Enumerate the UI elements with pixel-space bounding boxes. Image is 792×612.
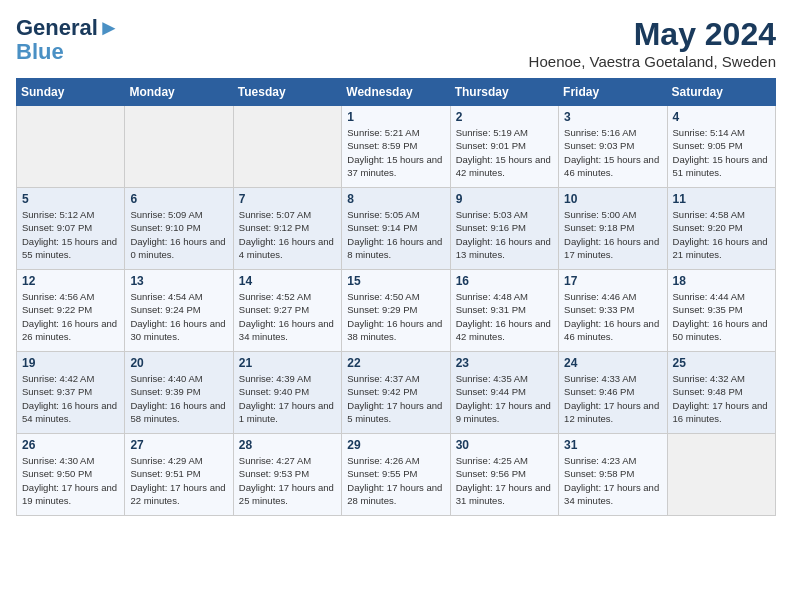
- day-info: Sunrise: 4:23 AM Sunset: 9:58 PM Dayligh…: [564, 454, 661, 507]
- day-number: 11: [673, 192, 770, 206]
- calendar-cell: [233, 106, 341, 188]
- day-number: 2: [456, 110, 553, 124]
- day-info: Sunrise: 4:56 AM Sunset: 9:22 PM Dayligh…: [22, 290, 119, 343]
- logo: General► Blue: [16, 16, 120, 64]
- day-info: Sunrise: 5:14 AM Sunset: 9:05 PM Dayligh…: [673, 126, 770, 179]
- calendar-cell: 10Sunrise: 5:00 AM Sunset: 9:18 PM Dayli…: [559, 188, 667, 270]
- day-info: Sunrise: 4:40 AM Sunset: 9:39 PM Dayligh…: [130, 372, 227, 425]
- calendar-cell: 20Sunrise: 4:40 AM Sunset: 9:39 PM Dayli…: [125, 352, 233, 434]
- logo-text: General►: [16, 16, 120, 40]
- calendar-cell: 21Sunrise: 4:39 AM Sunset: 9:40 PM Dayli…: [233, 352, 341, 434]
- calendar-cell: 5Sunrise: 5:12 AM Sunset: 9:07 PM Daylig…: [17, 188, 125, 270]
- day-info: Sunrise: 5:07 AM Sunset: 9:12 PM Dayligh…: [239, 208, 336, 261]
- calendar-week-5: 26Sunrise: 4:30 AM Sunset: 9:50 PM Dayli…: [17, 434, 776, 516]
- calendar-cell: 4Sunrise: 5:14 AM Sunset: 9:05 PM Daylig…: [667, 106, 775, 188]
- day-number: 9: [456, 192, 553, 206]
- calendar-cell: 14Sunrise: 4:52 AM Sunset: 9:27 PM Dayli…: [233, 270, 341, 352]
- day-number: 22: [347, 356, 444, 370]
- calendar-cell: 12Sunrise: 4:56 AM Sunset: 9:22 PM Dayli…: [17, 270, 125, 352]
- day-number: 21: [239, 356, 336, 370]
- day-number: 20: [130, 356, 227, 370]
- day-number: 4: [673, 110, 770, 124]
- day-info: Sunrise: 4:46 AM Sunset: 9:33 PM Dayligh…: [564, 290, 661, 343]
- calendar-cell: 30Sunrise: 4:25 AM Sunset: 9:56 PM Dayli…: [450, 434, 558, 516]
- day-info: Sunrise: 4:27 AM Sunset: 9:53 PM Dayligh…: [239, 454, 336, 507]
- day-number: 6: [130, 192, 227, 206]
- day-info: Sunrise: 4:25 AM Sunset: 9:56 PM Dayligh…: [456, 454, 553, 507]
- day-info: Sunrise: 4:48 AM Sunset: 9:31 PM Dayligh…: [456, 290, 553, 343]
- calendar-cell: [17, 106, 125, 188]
- calendar-cell: 19Sunrise: 4:42 AM Sunset: 9:37 PM Dayli…: [17, 352, 125, 434]
- day-number: 27: [130, 438, 227, 452]
- day-info: Sunrise: 4:54 AM Sunset: 9:24 PM Dayligh…: [130, 290, 227, 343]
- day-number: 26: [22, 438, 119, 452]
- day-number: 14: [239, 274, 336, 288]
- day-info: Sunrise: 5:12 AM Sunset: 9:07 PM Dayligh…: [22, 208, 119, 261]
- day-number: 19: [22, 356, 119, 370]
- calendar-cell: 15Sunrise: 4:50 AM Sunset: 9:29 PM Dayli…: [342, 270, 450, 352]
- location: Hoenoe, Vaestra Goetaland, Sweden: [529, 53, 776, 70]
- calendar-cell: 2Sunrise: 5:19 AM Sunset: 9:01 PM Daylig…: [450, 106, 558, 188]
- day-number: 15: [347, 274, 444, 288]
- calendar-cell: 25Sunrise: 4:32 AM Sunset: 9:48 PM Dayli…: [667, 352, 775, 434]
- page-header: General► Blue May 2024 Hoenoe, Vaestra G…: [16, 16, 776, 70]
- weekday-header-thursday: Thursday: [450, 79, 558, 106]
- day-info: Sunrise: 4:33 AM Sunset: 9:46 PM Dayligh…: [564, 372, 661, 425]
- calendar-week-1: 1Sunrise: 5:21 AM Sunset: 8:59 PM Daylig…: [17, 106, 776, 188]
- weekday-header-saturday: Saturday: [667, 79, 775, 106]
- calendar-cell: 28Sunrise: 4:27 AM Sunset: 9:53 PM Dayli…: [233, 434, 341, 516]
- day-info: Sunrise: 5:00 AM Sunset: 9:18 PM Dayligh…: [564, 208, 661, 261]
- calendar-cell: 27Sunrise: 4:29 AM Sunset: 9:51 PM Dayli…: [125, 434, 233, 516]
- calendar-table: SundayMondayTuesdayWednesdayThursdayFrid…: [16, 78, 776, 516]
- calendar-cell: 1Sunrise: 5:21 AM Sunset: 8:59 PM Daylig…: [342, 106, 450, 188]
- day-number: 7: [239, 192, 336, 206]
- logo-blue: Blue: [16, 40, 120, 64]
- calendar-week-4: 19Sunrise: 4:42 AM Sunset: 9:37 PM Dayli…: [17, 352, 776, 434]
- calendar-cell: 13Sunrise: 4:54 AM Sunset: 9:24 PM Dayli…: [125, 270, 233, 352]
- day-info: Sunrise: 4:44 AM Sunset: 9:35 PM Dayligh…: [673, 290, 770, 343]
- calendar-week-2: 5Sunrise: 5:12 AM Sunset: 9:07 PM Daylig…: [17, 188, 776, 270]
- day-number: 18: [673, 274, 770, 288]
- day-number: 16: [456, 274, 553, 288]
- day-number: 13: [130, 274, 227, 288]
- title-block: May 2024 Hoenoe, Vaestra Goetaland, Swed…: [529, 16, 776, 70]
- calendar-cell: 8Sunrise: 5:05 AM Sunset: 9:14 PM Daylig…: [342, 188, 450, 270]
- calendar-cell: 11Sunrise: 4:58 AM Sunset: 9:20 PM Dayli…: [667, 188, 775, 270]
- weekday-header-tuesday: Tuesday: [233, 79, 341, 106]
- day-info: Sunrise: 4:30 AM Sunset: 9:50 PM Dayligh…: [22, 454, 119, 507]
- day-info: Sunrise: 4:35 AM Sunset: 9:44 PM Dayligh…: [456, 372, 553, 425]
- calendar-cell: 29Sunrise: 4:26 AM Sunset: 9:55 PM Dayli…: [342, 434, 450, 516]
- day-number: 5: [22, 192, 119, 206]
- weekday-header-friday: Friday: [559, 79, 667, 106]
- calendar-cell: 9Sunrise: 5:03 AM Sunset: 9:16 PM Daylig…: [450, 188, 558, 270]
- calendar-cell: [667, 434, 775, 516]
- day-info: Sunrise: 4:32 AM Sunset: 9:48 PM Dayligh…: [673, 372, 770, 425]
- day-number: 29: [347, 438, 444, 452]
- day-info: Sunrise: 5:09 AM Sunset: 9:10 PM Dayligh…: [130, 208, 227, 261]
- day-info: Sunrise: 4:37 AM Sunset: 9:42 PM Dayligh…: [347, 372, 444, 425]
- day-info: Sunrise: 5:21 AM Sunset: 8:59 PM Dayligh…: [347, 126, 444, 179]
- day-info: Sunrise: 4:26 AM Sunset: 9:55 PM Dayligh…: [347, 454, 444, 507]
- calendar-cell: 22Sunrise: 4:37 AM Sunset: 9:42 PM Dayli…: [342, 352, 450, 434]
- day-info: Sunrise: 5:05 AM Sunset: 9:14 PM Dayligh…: [347, 208, 444, 261]
- calendar-cell: 24Sunrise: 4:33 AM Sunset: 9:46 PM Dayli…: [559, 352, 667, 434]
- calendar-week-3: 12Sunrise: 4:56 AM Sunset: 9:22 PM Dayli…: [17, 270, 776, 352]
- weekday-header-monday: Monday: [125, 79, 233, 106]
- day-number: 3: [564, 110, 661, 124]
- calendar-cell: 17Sunrise: 4:46 AM Sunset: 9:33 PM Dayli…: [559, 270, 667, 352]
- calendar-cell: 18Sunrise: 4:44 AM Sunset: 9:35 PM Dayli…: [667, 270, 775, 352]
- day-number: 28: [239, 438, 336, 452]
- day-number: 24: [564, 356, 661, 370]
- calendar-cell: 23Sunrise: 4:35 AM Sunset: 9:44 PM Dayli…: [450, 352, 558, 434]
- calendar-cell: 16Sunrise: 4:48 AM Sunset: 9:31 PM Dayli…: [450, 270, 558, 352]
- day-info: Sunrise: 4:39 AM Sunset: 9:40 PM Dayligh…: [239, 372, 336, 425]
- weekday-header-sunday: Sunday: [17, 79, 125, 106]
- calendar-cell: 31Sunrise: 4:23 AM Sunset: 9:58 PM Dayli…: [559, 434, 667, 516]
- calendar-cell: [125, 106, 233, 188]
- day-number: 12: [22, 274, 119, 288]
- day-info: Sunrise: 4:52 AM Sunset: 9:27 PM Dayligh…: [239, 290, 336, 343]
- calendar-cell: 26Sunrise: 4:30 AM Sunset: 9:50 PM Dayli…: [17, 434, 125, 516]
- calendar-cell: 6Sunrise: 5:09 AM Sunset: 9:10 PM Daylig…: [125, 188, 233, 270]
- day-number: 17: [564, 274, 661, 288]
- day-info: Sunrise: 4:42 AM Sunset: 9:37 PM Dayligh…: [22, 372, 119, 425]
